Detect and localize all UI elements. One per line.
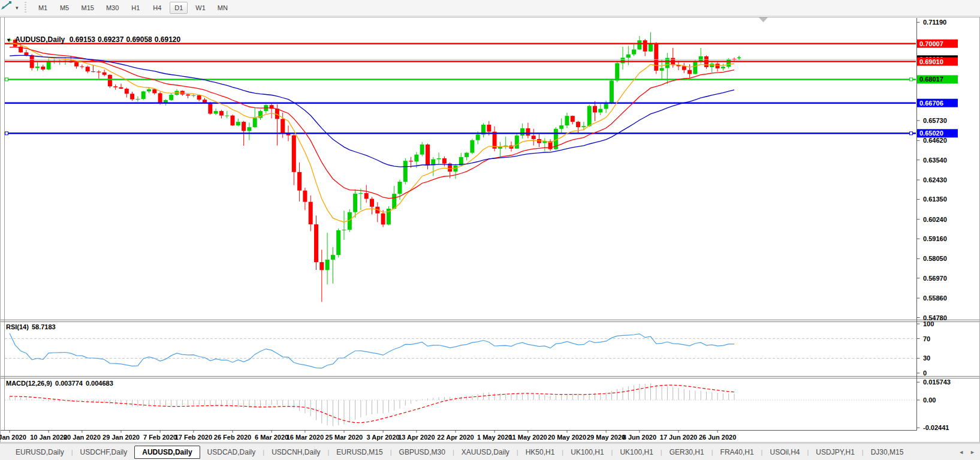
- chart-tab-ger30-h1[interactable]: GER30,H1: [662, 446, 711, 459]
- svg-text:0.65020: 0.65020: [919, 130, 943, 137]
- timeframe-toolbar: ▾ M1M5M15M30H1H4D1W1MN: [0, 0, 980, 16]
- chart-title: ▼AUDUSD,Daily 0.691530.692370.690580.691…: [6, 35, 183, 44]
- chart-tab-dj30-m15[interactable]: DJ30,M15: [864, 446, 911, 459]
- chart-tab-eurusd-daily[interactable]: EURUSD,Daily: [8, 446, 71, 459]
- bear-candle: [319, 262, 324, 270]
- bull-candle: [169, 95, 173, 100]
- macd-main-value: 0.003774: [55, 380, 83, 387]
- timeframe-button-m30[interactable]: M30: [102, 2, 123, 14]
- bull-candle: [726, 59, 731, 67]
- bear-candle: [716, 64, 720, 68]
- bear-candle: [102, 73, 107, 75]
- bear-candle: [370, 199, 374, 207]
- bull-candle: [598, 109, 602, 113]
- timeframe-button-m5[interactable]: M5: [56, 2, 74, 14]
- price-badge-0.65020: 0.65020: [917, 129, 958, 137]
- timeframe-button-w1[interactable]: W1: [191, 2, 210, 14]
- chart-tab-usdcnh-daily[interactable]: USDCNH,Daily: [264, 446, 327, 459]
- svg-text:1 May 2020: 1 May 2020: [477, 434, 512, 441]
- bear-candle: [242, 122, 246, 131]
- bull-candle: [515, 136, 519, 149]
- bull-candle: [214, 111, 218, 114]
- chart-tab-xauusd-daily[interactable]: XAUUSD,Daily: [454, 446, 517, 459]
- chart-tab-usdchf-daily[interactable]: USDCHF,Daily: [73, 446, 135, 459]
- rsi-value: 58.7183: [32, 323, 56, 330]
- timeframe-button-h4[interactable]: H4: [148, 2, 166, 14]
- trendline-tool-icon[interactable]: [2, 2, 16, 13]
- symbol-dropdown-caret[interactable]: ▼: [6, 37, 11, 43]
- bear-candle: [113, 86, 117, 88]
- svg-text:0.66706: 0.66706: [919, 100, 943, 107]
- tab-scroll-right-icon[interactable]: ►: [970, 449, 975, 455]
- chart-tab-usoil-h4[interactable]: USOil,H4: [762, 446, 807, 459]
- svg-text:0.00: 0.00: [923, 396, 936, 404]
- svg-text:0.70007: 0.70007: [919, 40, 943, 47]
- bear-candle: [297, 172, 301, 191]
- svg-text:29 Jan 2020: 29 Jan 2020: [102, 434, 140, 441]
- ohlc-high: 0.69237: [98, 35, 123, 44]
- hline-handle[interactable]: [5, 78, 8, 81]
- bull-candle: [587, 106, 592, 127]
- svg-text:3 Apr 2020: 3 Apr 2020: [366, 434, 399, 441]
- bull-candle: [247, 127, 251, 131]
- chart-tab-uk100-h1[interactable]: UK100,H1: [613, 446, 660, 459]
- bear-candle: [80, 67, 84, 67]
- chart-tab-usdjpy-h1[interactable]: USDJPY,H1: [809, 446, 861, 459]
- bull-candle: [632, 50, 636, 55]
- chart-tab-usdcad-daily[interactable]: USDCAD,Daily: [200, 446, 263, 459]
- svg-text:6 Mar 2020: 6 Mar 2020: [255, 434, 288, 441]
- ohlc-close: 0.69120: [155, 35, 180, 44]
- chart-tab-hk50-h1[interactable]: HK50,H1: [518, 446, 562, 459]
- tool-dropdown-caret[interactable]: ▾: [16, 5, 19, 11]
- bear-candle: [409, 161, 413, 161]
- chart-tabbar: EURUSD,Daily|USDCHF,DailyAUDUSD,DailyUSD…: [0, 443, 980, 460]
- bull-candle: [470, 140, 474, 153]
- bull-candle: [465, 153, 469, 157]
- bull-candle: [649, 44, 653, 52]
- bear-candle: [86, 67, 90, 71]
- bear-candle: [381, 214, 385, 225]
- bull-candle: [581, 126, 586, 127]
- bull-candle: [325, 260, 330, 270]
- svg-text:26 Feb 2020: 26 Feb 2020: [214, 434, 251, 441]
- bear-candle: [314, 224, 318, 262]
- bear-candle: [219, 111, 224, 116]
- svg-text:1 Jan 2020: 1 Jan 2020: [0, 434, 26, 441]
- bear-candle: [125, 89, 129, 94]
- svg-text:0.60240: 0.60240: [923, 216, 947, 223]
- bull-candle: [225, 116, 229, 116]
- bull-candle: [604, 104, 608, 109]
- hline-handle[interactable]: [5, 132, 8, 135]
- bull-candle: [626, 55, 631, 58]
- bear-candle: [487, 125, 491, 132]
- rsi-name: RSI(14): [6, 323, 29, 330]
- timeframe-button-m15[interactable]: M15: [77, 2, 98, 14]
- chart-tab-audusd-daily[interactable]: AUDUSD,Daily: [134, 446, 200, 459]
- svg-text:100: 100: [923, 320, 934, 327]
- bear-candle: [571, 116, 575, 122]
- macd-label: MACD(12,26,9)0.0037740.004683: [6, 380, 116, 387]
- timeframe-button-d1[interactable]: D1: [170, 2, 188, 14]
- hline-handle[interactable]: [910, 132, 913, 135]
- hline-handle[interactable]: [910, 78, 913, 81]
- toolbar-grip[interactable]: [23, 2, 28, 14]
- chart-tab-eurusd-m15[interactable]: EURUSD,M15: [329, 446, 390, 459]
- timeframe-button-mn[interactable]: MN: [213, 2, 232, 14]
- bull-candle: [147, 89, 151, 92]
- chart-canvas[interactable]: 0.711900.700800.690000.679200.668100.657…: [0, 17, 980, 443]
- chart-tab-fra40-h1[interactable]: FRA40,H1: [713, 446, 761, 459]
- timeframe-button-h1[interactable]: H1: [126, 2, 144, 14]
- timeframe-button-m1[interactable]: M1: [34, 2, 52, 14]
- chart-tab-uk100-h1[interactable]: UK100,H1: [563, 446, 611, 459]
- tab-scroll-left-icon[interactable]: ◄: [958, 449, 964, 455]
- chart-tab-gbpusd-m30[interactable]: GBPUSD,M30: [392, 446, 453, 459]
- bull-candle: [191, 95, 195, 96]
- bear-candle: [281, 119, 285, 134]
- svg-text:26 Jun 2020: 26 Jun 2020: [699, 434, 736, 441]
- bull-candle: [621, 58, 625, 63]
- svg-text:-0.02441: -0.02441: [923, 424, 949, 431]
- price-badge-0.68017: 0.68017: [917, 75, 958, 83]
- svg-text:70: 70: [923, 335, 930, 342]
- bull-candle: [392, 194, 396, 209]
- bear-candle: [532, 136, 536, 139]
